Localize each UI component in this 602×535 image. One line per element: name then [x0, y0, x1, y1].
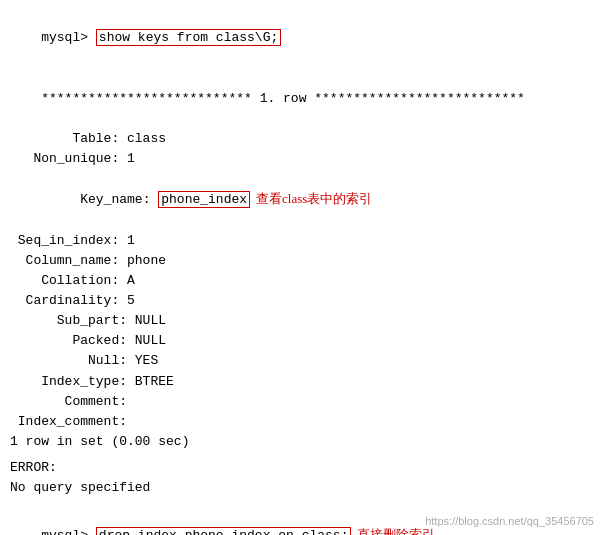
watermark: https://blog.csdn.net/qq_35456705 [425, 515, 594, 527]
cmd-box-1: show keys from class\G; [96, 29, 281, 46]
line-noquery1: No query specified [10, 478, 592, 498]
line-3: Table: class [10, 129, 592, 149]
terminal-window: mysql> show keys from class\G; *********… [0, 0, 602, 535]
prompt-1: mysql> [41, 30, 96, 45]
line-4: Non_unique: 1 [10, 149, 592, 169]
line-card: Cardinality: 5 [10, 291, 592, 311]
prompt-2: mysql> [41, 528, 96, 535]
line-keyname: Key_name: phone_index查看class表中的索引 [10, 169, 592, 230]
cmd-box-2: drop index phone_index on class; [96, 527, 352, 535]
line-idxcomment: Index_comment: [10, 412, 592, 432]
line-1: mysql> show keys from class\G; [10, 8, 592, 68]
key-name-box: phone_index [158, 191, 250, 208]
annotation-1: 查看class表中的索引 [256, 191, 372, 206]
separator-1: *************************** 1. row *****… [41, 91, 525, 106]
line-coll: Collation: A [10, 271, 592, 291]
line-error1: ERROR: [10, 458, 592, 478]
line-null: Null: YES [10, 351, 592, 371]
line-2: *************************** 1. row *****… [10, 68, 592, 128]
annotation-2: 直接删除索引 [357, 527, 435, 535]
line-rowset: 1 row in set (0.00 sec) [10, 432, 592, 452]
line-sub: Sub_part: NULL [10, 311, 592, 331]
line-idxtype: Index_type: BTREE [10, 372, 592, 392]
line-comment: Comment: [10, 392, 592, 412]
line-seq: Seq_in_index: 1 [10, 231, 592, 251]
line-packed: Packed: NULL [10, 331, 592, 351]
line-col: Column_name: phone [10, 251, 592, 271]
